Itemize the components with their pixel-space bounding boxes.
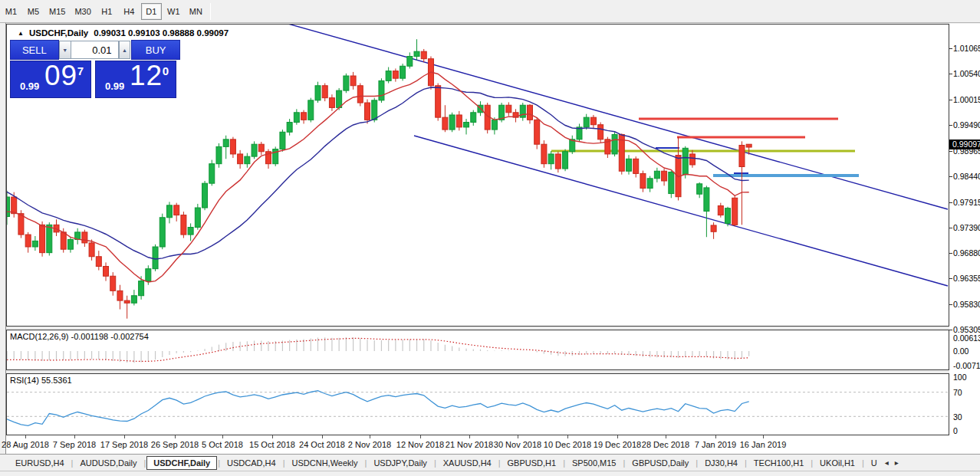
candle-body xyxy=(258,144,264,152)
volume-decrease-button[interactable]: ▼ xyxy=(59,41,71,59)
chart-tab-gbpusd[interactable]: GBPUSD,Daily xyxy=(626,456,695,470)
timeframe-button-h4[interactable]: H4 xyxy=(119,3,140,20)
price-tick-mark xyxy=(949,202,952,203)
price-axis[interactable]: 1.010651.005401.000150.994900.989650.984… xyxy=(949,24,980,435)
left-gutter xyxy=(0,23,6,454)
candle-body xyxy=(563,152,568,169)
timeframe-button-m5[interactable]: M5 xyxy=(23,3,44,20)
price-tick-mark xyxy=(949,151,952,152)
price-tick-label: 1.00015 xyxy=(953,95,980,104)
candle-body xyxy=(104,266,109,276)
current-price-tag: 0.99097 xyxy=(949,140,980,149)
macd-indicator-pane[interactable]: MACD(12,26,9) -0.001198 -0.002754 xyxy=(6,330,949,370)
candle-body xyxy=(166,205,172,218)
date-tick-label: 17 Sep 2018 xyxy=(100,440,148,449)
volume-input[interactable] xyxy=(71,41,119,59)
candle-body xyxy=(124,300,130,303)
chart-tab-usdcnh[interactable]: USDCNH,Weekly xyxy=(286,456,364,470)
chart-tab-usdjpy[interactable]: USDJPY,Daily xyxy=(367,456,433,470)
macd-axis-label: 0.00 xyxy=(953,346,968,356)
timeframe-button-h1[interactable]: H1 xyxy=(97,3,117,20)
buy-price-box[interactable]: 0.99 12 0 xyxy=(95,61,176,98)
tab-separator: | xyxy=(745,458,747,468)
date-tick-label: 10 Dec 2018 xyxy=(544,440,591,449)
candle-body xyxy=(704,188,709,212)
sell-button[interactable]: SELL xyxy=(10,40,59,60)
chart-tab-sp500[interactable]: SP500,M15 xyxy=(566,456,622,470)
tab-separator: | xyxy=(498,458,501,468)
date-tick-label: 24 Oct 2018 xyxy=(299,440,345,449)
price-tick-mark xyxy=(949,228,952,228)
macd-axis-label: -0.007142 xyxy=(953,361,980,370)
chart-tab-xauusd[interactable]: XAUUSD,H4 xyxy=(437,456,498,470)
timeframe-button-w1[interactable]: W1 xyxy=(163,3,184,20)
tab-separator: | xyxy=(283,458,285,468)
price-chart-pane[interactable]: ▲ USDCHF,Daily 0.99031 0.99103 0.98888 0… xyxy=(6,24,949,327)
mt4-window: M1M5M15M30H1H4D1W1MN ▲ USDCHF,Daily 0.99… xyxy=(0,0,980,476)
date-tick-label: 5 Oct 2018 xyxy=(202,440,243,449)
date-axis[interactable]: 28 Aug 20187 Sep 201817 Sep 201826 Sep 2… xyxy=(6,435,980,454)
ma-fast-line[interactable] xyxy=(7,72,749,282)
date-tick-label: 26 Sep 2018 xyxy=(151,440,199,449)
date-tick-label: 2 Nov 2018 xyxy=(348,440,391,449)
candle-body xyxy=(82,232,87,243)
date-tick-mark xyxy=(617,435,618,438)
candle-body xyxy=(329,98,334,108)
candle-body xyxy=(689,154,695,165)
chart-tab-eurusd[interactable]: EURUSD,H4 xyxy=(9,456,71,470)
date-tick-label: 30 Nov 2018 xyxy=(494,440,541,449)
candle-body xyxy=(669,172,674,194)
candle-body xyxy=(682,148,688,174)
chart-tab-gbpusd[interactable]: GBPUSD,H1 xyxy=(502,456,563,470)
date-tick-mark xyxy=(420,435,421,438)
timeframe-button-mn[interactable]: MN xyxy=(186,3,206,20)
candle-body xyxy=(159,218,165,247)
date-tick-mark xyxy=(175,435,176,438)
candle-body xyxy=(32,241,38,247)
date-tick-mark xyxy=(469,435,470,438)
buy-price-pip: 0 xyxy=(163,64,169,77)
candle-body xyxy=(386,71,391,81)
toolbar-separator xyxy=(210,3,211,20)
candle-body xyxy=(40,225,45,252)
channel-upper[interactable] xyxy=(285,25,948,209)
timeframe-button-m15[interactable]: M15 xyxy=(45,3,69,20)
chart-tab-u[interactable]: U xyxy=(865,456,883,470)
chart-tab-usdcad[interactable]: USDCAD,H4 xyxy=(221,456,282,470)
chart-tab-ukoil[interactable]: UKOil,H1 xyxy=(814,456,861,470)
candle-body xyxy=(47,225,52,252)
sell-price-main: 09 xyxy=(44,60,77,92)
timeframe-button-m1[interactable]: M1 xyxy=(1,3,21,20)
chart-tab-tech100[interactable]: TECH100,H1 xyxy=(748,456,810,470)
collapse-panel-icon[interactable]: ▲ xyxy=(18,30,24,37)
candle-body xyxy=(7,197,10,216)
tabs-scroll-right-icon[interactable]: ▸ xyxy=(895,458,899,467)
candle-body xyxy=(590,117,596,125)
sell-price-box[interactable]: 0.99 09 7 xyxy=(10,61,91,98)
price-tick-mark xyxy=(949,74,952,74)
buy-price-main: 12 xyxy=(130,60,163,92)
candle-body xyxy=(61,232,66,249)
chart-tab-dj30[interactable]: DJ30,H4 xyxy=(699,456,744,470)
candle-body xyxy=(287,123,292,133)
tabs-scroll-left-icon[interactable]: ◂ xyxy=(885,458,889,467)
candle-body xyxy=(598,125,603,140)
candle-body xyxy=(407,57,413,67)
tab-separator: | xyxy=(71,458,74,468)
candle-body xyxy=(216,146,222,163)
timeframe-button-d1[interactable]: D1 xyxy=(141,3,162,20)
candle-body xyxy=(96,257,101,267)
volume-increase-button[interactable]: ▲ xyxy=(119,41,131,59)
candle-body xyxy=(541,144,547,163)
rsi-indicator-pane[interactable]: RSI(14) 55.5361 xyxy=(6,373,949,435)
candle-body xyxy=(492,120,497,130)
price-tick-mark xyxy=(949,125,952,126)
tab-separator: | xyxy=(811,458,813,468)
candle-body xyxy=(534,120,540,144)
candle-body xyxy=(647,179,653,189)
buy-button[interactable]: BUY xyxy=(131,40,180,60)
chart-tab-usdchf[interactable]: USDCHF,Daily xyxy=(146,456,217,470)
chart-tab-audusd[interactable]: AUDUSD,Daily xyxy=(74,456,143,470)
candle-body xyxy=(209,164,215,183)
timeframe-button-m30[interactable]: M30 xyxy=(71,3,94,20)
